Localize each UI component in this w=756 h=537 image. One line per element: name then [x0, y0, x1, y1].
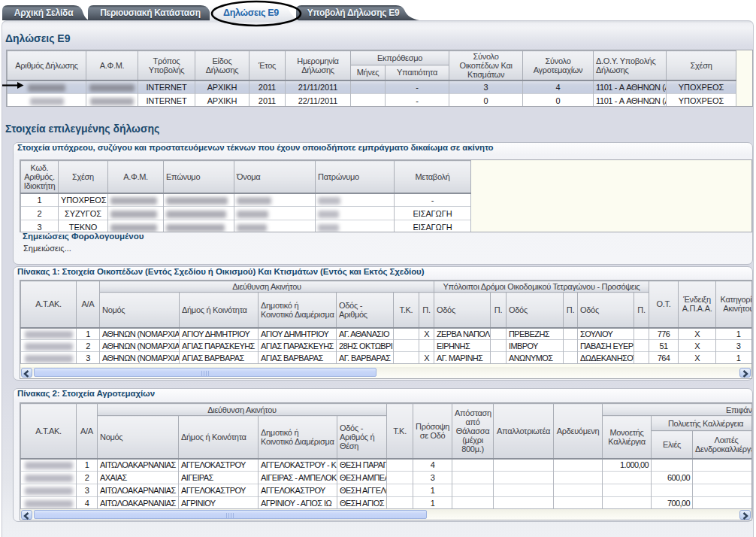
svg-text:Περιουσιακή Κατάσταση: Περιουσιακή Κατάσταση	[100, 8, 201, 18]
svg-text:Αρχική Σελίδα: Αρχική Σελίδα	[14, 8, 74, 18]
svg-text:Υποβολή Δήλωσης Ε9: Υποβολή Δήλωσης Ε9	[307, 8, 400, 18]
